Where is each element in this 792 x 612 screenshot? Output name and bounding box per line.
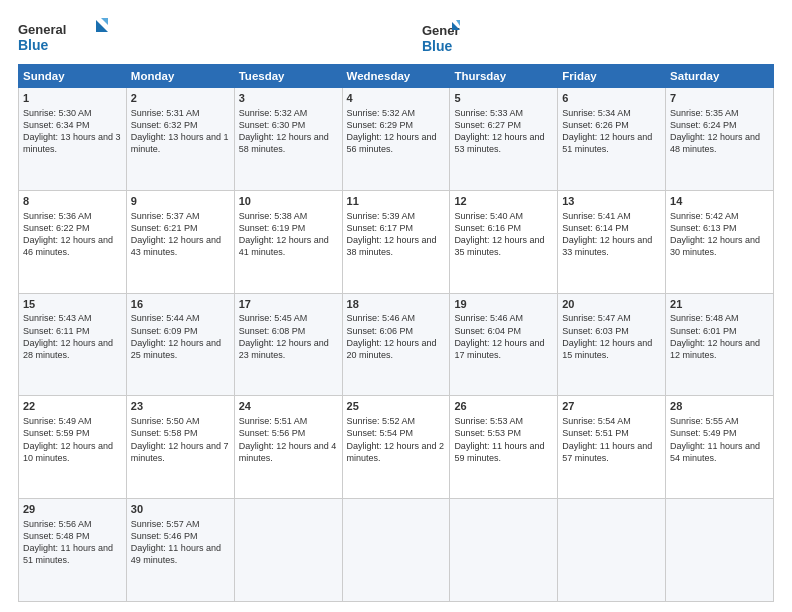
table-row <box>558 499 666 602</box>
sunrise-text: Sunrise: 5:56 AM <box>23 519 92 529</box>
col-wednesday: Wednesday <box>342 65 450 88</box>
daylight-text: Daylight: 12 hours and 56 minutes. <box>347 132 437 154</box>
sunrise-text: Sunrise: 5:46 AM <box>454 313 523 323</box>
sunrise-text: Sunrise: 5:32 AM <box>239 108 308 118</box>
table-row: 16Sunrise: 5:44 AMSunset: 6:09 PMDayligh… <box>126 293 234 396</box>
daylight-text: Daylight: 12 hours and 20 minutes. <box>347 338 437 360</box>
table-row: 26Sunrise: 5:53 AMSunset: 5:53 PMDayligh… <box>450 396 558 499</box>
table-row: 1Sunrise: 5:30 AMSunset: 6:34 PMDaylight… <box>19 88 127 191</box>
daylight-text: Daylight: 11 hours and 59 minutes. <box>454 441 544 463</box>
day-number: 11 <box>347 194 446 209</box>
header: General Blue General Blue <box>18 18 774 56</box>
sunrise-text: Sunrise: 5:31 AM <box>131 108 200 118</box>
col-monday: Monday <box>126 65 234 88</box>
sunset-text: Sunset: 6:13 PM <box>670 223 737 233</box>
daylight-text: Daylight: 11 hours and 49 minutes. <box>131 543 221 565</box>
daylight-text: Daylight: 12 hours and 30 minutes. <box>670 235 760 257</box>
day-number: 1 <box>23 91 122 106</box>
sunrise-text: Sunrise: 5:47 AM <box>562 313 631 323</box>
sunrise-text: Sunrise: 5:45 AM <box>239 313 308 323</box>
day-number: 2 <box>131 91 230 106</box>
day-number: 29 <box>23 502 122 517</box>
sunset-text: Sunset: 6:14 PM <box>562 223 629 233</box>
daylight-text: Daylight: 11 hours and 51 minutes. <box>23 543 113 565</box>
sunrise-text: Sunrise: 5:34 AM <box>562 108 631 118</box>
svg-text:General: General <box>18 22 66 37</box>
table-row <box>342 499 450 602</box>
table-row: 19Sunrise: 5:46 AMSunset: 6:04 PMDayligh… <box>450 293 558 396</box>
logo-svg: General Blue <box>18 18 108 54</box>
day-number: 13 <box>562 194 661 209</box>
table-row: 12Sunrise: 5:40 AMSunset: 6:16 PMDayligh… <box>450 190 558 293</box>
daylight-text: Daylight: 11 hours and 54 minutes. <box>670 441 760 463</box>
day-number: 3 <box>239 91 338 106</box>
sunrise-text: Sunrise: 5:37 AM <box>131 211 200 221</box>
daylight-text: Daylight: 12 hours and 43 minutes. <box>131 235 221 257</box>
sunset-text: Sunset: 6:11 PM <box>23 326 90 336</box>
daylight-text: Daylight: 12 hours and 23 minutes. <box>239 338 329 360</box>
table-row: 17Sunrise: 5:45 AMSunset: 6:08 PMDayligh… <box>234 293 342 396</box>
table-row <box>666 499 774 602</box>
table-row: 27Sunrise: 5:54 AMSunset: 5:51 PMDayligh… <box>558 396 666 499</box>
sunset-text: Sunset: 6:03 PM <box>562 326 629 336</box>
sunset-text: Sunset: 5:53 PM <box>454 428 521 438</box>
sunset-text: Sunset: 6:22 PM <box>23 223 90 233</box>
day-number: 9 <box>131 194 230 209</box>
table-row: 3Sunrise: 5:32 AMSunset: 6:30 PMDaylight… <box>234 88 342 191</box>
table-row: 15Sunrise: 5:43 AMSunset: 6:11 PMDayligh… <box>19 293 127 396</box>
daylight-text: Daylight: 12 hours and 7 minutes. <box>131 441 229 463</box>
sunrise-text: Sunrise: 5:46 AM <box>347 313 416 323</box>
sunrise-text: Sunrise: 5:42 AM <box>670 211 739 221</box>
daylight-text: Daylight: 12 hours and 38 minutes. <box>347 235 437 257</box>
sunset-text: Sunset: 5:58 PM <box>131 428 198 438</box>
day-number: 30 <box>131 502 230 517</box>
sunset-text: Sunset: 6:17 PM <box>347 223 414 233</box>
day-number: 28 <box>670 399 769 414</box>
sunset-text: Sunset: 6:26 PM <box>562 120 629 130</box>
svg-marker-3 <box>101 18 108 25</box>
calendar-week-row: 15Sunrise: 5:43 AMSunset: 6:11 PMDayligh… <box>19 293 774 396</box>
sunset-text: Sunset: 6:34 PM <box>23 120 90 130</box>
daylight-text: Daylight: 12 hours and 15 minutes. <box>562 338 652 360</box>
sunrise-text: Sunrise: 5:40 AM <box>454 211 523 221</box>
daylight-text: Daylight: 12 hours and 10 minutes. <box>23 441 113 463</box>
table-row: 28Sunrise: 5:55 AMSunset: 5:49 PMDayligh… <box>666 396 774 499</box>
sunrise-text: Sunrise: 5:30 AM <box>23 108 92 118</box>
day-number: 17 <box>239 297 338 312</box>
col-tuesday: Tuesday <box>234 65 342 88</box>
day-number: 22 <box>23 399 122 414</box>
logo-bird-icon: General Blue <box>422 18 460 56</box>
calendar-week-row: 1Sunrise: 5:30 AMSunset: 6:34 PMDaylight… <box>19 88 774 191</box>
calendar-week-row: 22Sunrise: 5:49 AMSunset: 5:59 PMDayligh… <box>19 396 774 499</box>
svg-text:Blue: Blue <box>422 38 453 54</box>
daylight-text: Daylight: 12 hours and 4 minutes. <box>239 441 337 463</box>
table-row: 4Sunrise: 5:32 AMSunset: 6:29 PMDaylight… <box>342 88 450 191</box>
day-number: 24 <box>239 399 338 414</box>
day-number: 10 <box>239 194 338 209</box>
sunset-text: Sunset: 5:59 PM <box>23 428 90 438</box>
sunrise-text: Sunrise: 5:52 AM <box>347 416 416 426</box>
daylight-text: Daylight: 12 hours and 17 minutes. <box>454 338 544 360</box>
day-number: 21 <box>670 297 769 312</box>
table-row <box>450 499 558 602</box>
daylight-text: Daylight: 12 hours and 58 minutes. <box>239 132 329 154</box>
sunset-text: Sunset: 5:48 PM <box>23 531 90 541</box>
sunrise-text: Sunrise: 5:41 AM <box>562 211 631 221</box>
col-thursday: Thursday <box>450 65 558 88</box>
sunrise-text: Sunrise: 5:39 AM <box>347 211 416 221</box>
sunset-text: Sunset: 5:54 PM <box>347 428 414 438</box>
sunset-text: Sunset: 5:49 PM <box>670 428 737 438</box>
daylight-text: Daylight: 12 hours and 33 minutes. <box>562 235 652 257</box>
sunset-text: Sunset: 6:30 PM <box>239 120 306 130</box>
daylight-text: Daylight: 12 hours and 35 minutes. <box>454 235 544 257</box>
day-number: 16 <box>131 297 230 312</box>
sunset-text: Sunset: 5:46 PM <box>131 531 198 541</box>
day-number: 25 <box>347 399 446 414</box>
daylight-text: Daylight: 11 hours and 57 minutes. <box>562 441 652 463</box>
sunset-text: Sunset: 6:08 PM <box>239 326 306 336</box>
logo: General Blue <box>18 18 108 54</box>
sunset-text: Sunset: 6:01 PM <box>670 326 737 336</box>
day-number: 7 <box>670 91 769 106</box>
sunrise-text: Sunrise: 5:33 AM <box>454 108 523 118</box>
sunrise-text: Sunrise: 5:51 AM <box>239 416 308 426</box>
